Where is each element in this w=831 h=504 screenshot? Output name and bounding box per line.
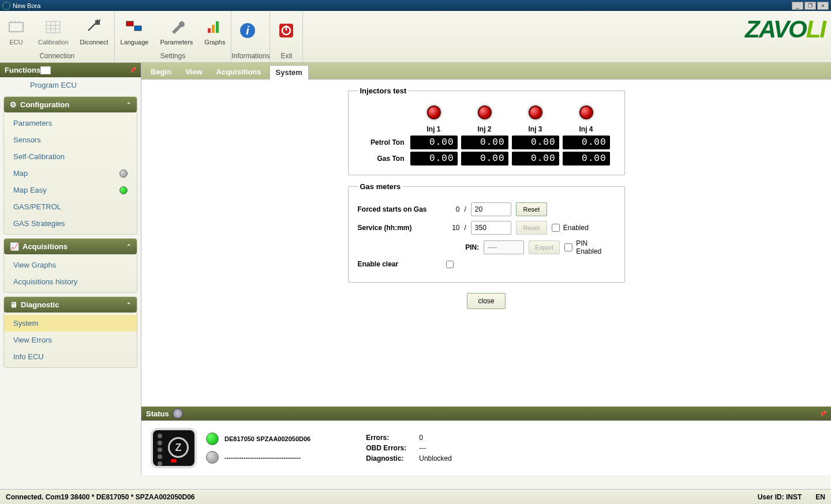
status-obd-value: --- (419, 444, 426, 452)
ribbon-calibration[interactable]: Calibration (32, 11, 74, 51)
injector-led-3 (529, 106, 542, 119)
connection-status: Connected. Com19 38400 * DE817050 * SPZA… (6, 493, 195, 501)
ribbon-disconnect[interactable]: Diconnect (74, 11, 114, 51)
minimize-button[interactable]: _ (792, 2, 803, 10)
service-reset-button: Reset (516, 221, 547, 235)
tab-view[interactable]: View (179, 65, 208, 79)
ribbon-group-connection: Connection (0, 51, 114, 62)
titlebar: New Bora _ ❐ × (0, 0, 831, 11)
status-led-icon (119, 170, 128, 178)
chevron-up-icon: ⌃ (126, 101, 131, 108)
language-indicator[interactable]: EN (815, 493, 825, 501)
ribbon-group-exit: Exit (270, 51, 302, 62)
sidebar-item-acquisitions-history[interactable]: Acquisitions history (4, 273, 137, 290)
enable-clear-checkbox[interactable] (446, 261, 454, 268)
svg-rect-0 (9, 22, 23, 32)
pin-icon[interactable]: 📌 (129, 67, 136, 73)
status-pin-icon[interactable]: 📌 (819, 411, 826, 417)
gas-meters-fieldset: Gas meters Forced starts on Gas 0 / Rese… (348, 182, 625, 283)
status-led-icon (119, 186, 128, 194)
sidebar-item-self-calibration[interactable]: Self-Calibration (4, 148, 137, 165)
sidebar-item-map-easy[interactable]: Map Easy (4, 182, 137, 198)
ribbon-language[interactable]: Language (115, 11, 155, 51)
service-current: 10 (446, 224, 460, 232)
status-led-secondary (206, 451, 219, 464)
section-acquisitions[interactable]: 📈 Acquisitions ⌃ (4, 239, 137, 254)
sidebar-item-view-graphs[interactable]: View Graphs (4, 257, 137, 273)
table-icon (43, 17, 63, 37)
flags-icon (124, 17, 145, 37)
sidebar: Functions 📌 Program ECU ⚙ Configuration … (0, 63, 141, 475)
chip-icon (6, 17, 27, 37)
forced-starts-current: 0 (446, 205, 460, 213)
status-errors-value: 0 (419, 434, 423, 442)
svg-text:i: i (246, 24, 250, 37)
forced-starts-label: Forced starts on Gas (358, 205, 441, 213)
sidebar-item-map[interactable]: Map (4, 165, 137, 182)
close-panel-button[interactable]: close (467, 293, 505, 309)
functions-header: Functions 📌 (0, 63, 141, 77)
user-id: INST (786, 493, 802, 501)
ribbon-graphs[interactable]: Graphs (199, 11, 231, 51)
injector-header-3: Inj 3 (512, 125, 559, 133)
tab-system[interactable]: System (269, 65, 309, 80)
service-label: Service (hh:mm) (358, 224, 441, 232)
forced-starts-input[interactable] (471, 202, 511, 216)
maximize-button[interactable]: ❐ (804, 2, 816, 10)
graph-icon: 📈 (10, 242, 19, 251)
sidebar-program-ecu[interactable]: Program ECU (21, 77, 137, 93)
sidebar-item-parameters[interactable]: Parameters (4, 115, 137, 131)
sidebar-item-info-ecu[interactable]: Info ECU (4, 348, 137, 365)
ribbon-parameters[interactable]: Parameters (154, 11, 199, 51)
injectors-fieldset: Injectors test Inj 1Inj 2Inj 3Inj 4Petro… (348, 86, 625, 175)
enabled-label: Enabled (563, 224, 589, 232)
injector-value: 0.00 (461, 152, 508, 166)
injector-header-4: Inj 4 (563, 125, 610, 133)
status-header: Status 📌 (141, 407, 831, 420)
injector-value: 0.00 (512, 136, 559, 149)
ribbon-exit[interactable] (270, 11, 302, 51)
chevron-up-icon: ⌃ (126, 243, 131, 250)
ribbon-info[interactable]: i (231, 11, 264, 51)
injector-header-2: Inj 2 (461, 125, 508, 133)
service-input[interactable] (471, 221, 511, 235)
section-configuration[interactable]: ⚙ Configuration ⌃ (4, 97, 137, 112)
svg-rect-4 (46, 21, 60, 33)
sidebar-item-gas-petrol[interactable]: GAS/PETROL (4, 198, 137, 215)
tab-acquisitions[interactable]: Acquisitions (211, 65, 267, 79)
svg-rect-18 (216, 21, 219, 33)
svg-rect-12 (126, 21, 133, 26)
sidebar-item-sensors[interactable]: Sensors (4, 131, 137, 148)
tab-begin[interactable]: Begin (145, 65, 177, 79)
section-diagnostic[interactable]: 🖥 Diagnostic ⌃ (4, 297, 137, 313)
pin-input[interactable] (484, 240, 524, 254)
injector-value: 0.00 (563, 136, 610, 149)
brand-logo: ZAVOLI (745, 16, 825, 43)
status-diagnostic-value: Unblocked (419, 454, 452, 462)
status-bar: Connected. Com19 38400 * DE817050 * SPZA… (0, 489, 831, 504)
injector-led-4 (579, 106, 593, 119)
sidebar-item-view-errors[interactable]: View Errors (4, 332, 137, 348)
chevron-up-icon: ⌃ (126, 302, 131, 308)
sidebar-item-gas-strategies[interactable]: GAS Strategies (4, 215, 137, 232)
close-button[interactable]: × (817, 2, 829, 10)
pin-enabled-checkbox[interactable] (564, 243, 572, 251)
app-icon (2, 2, 10, 10)
injector-header-1: Inj 1 (410, 125, 458, 133)
ribbon: ECU Calibration Diconnect Connection Lan… (0, 11, 831, 63)
injector-led-1 (427, 106, 441, 119)
tabs: Begin View Acquisitions System (141, 63, 831, 80)
injector-value: 0.00 (563, 152, 610, 166)
monitor-icon: 🖥 (10, 300, 17, 309)
export-button: Export (529, 240, 560, 254)
sidebar-item-system[interactable]: System (4, 315, 137, 332)
gauge-icon (173, 408, 183, 419)
gear-icon: ⚙ (10, 100, 17, 109)
injectors-legend: Injectors test (358, 86, 409, 95)
injector-value: 0.00 (512, 152, 559, 166)
ribbon-ecu[interactable]: ECU (0, 11, 32, 51)
forced-reset-button[interactable]: Reset (516, 202, 547, 216)
gas-legend: Gas meters (358, 182, 403, 191)
plug-icon (84, 17, 104, 37)
enabled-checkbox[interactable] (552, 224, 560, 232)
